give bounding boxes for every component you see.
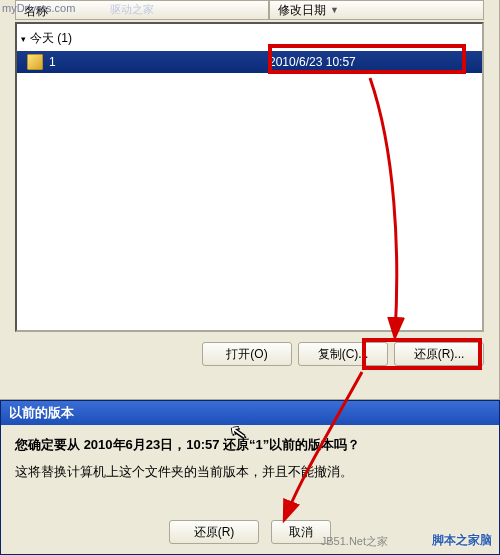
group-header-today[interactable]: ▾今天 (1) xyxy=(17,24,482,51)
dialog-titlebar: 以前的版本 xyxy=(1,401,499,425)
dialog-body: 您确定要从 2010年6月23日，10:57 还原“1”以前的版本吗？ 这将替换… xyxy=(1,425,499,487)
q-prefix: 您确定要从 xyxy=(15,437,84,452)
column-header-date[interactable]: 修改日期 ▼ xyxy=(269,0,484,20)
sort-descending-icon: ▼ xyxy=(330,5,339,15)
q-suffix: ”以前的版本吗？ xyxy=(263,437,361,452)
watermark-bottom-right: 脚本之家脑 xyxy=(432,532,492,549)
restore-button[interactable]: 还原(R)... xyxy=(394,342,484,366)
dialog-restore-button[interactable]: 还原(R) xyxy=(169,520,259,544)
list-column-headers: 名称 修改日期 ▼ xyxy=(15,0,484,20)
open-button[interactable]: 打开(O) xyxy=(202,342,292,366)
folder-icon xyxy=(27,54,43,70)
copy-button[interactable]: 复制(C)... xyxy=(298,342,388,366)
previous-versions-panel: 名称 修改日期 ▼ ▾今天 (1) 1 2010/6/23 10:57 打开(O… xyxy=(0,0,500,400)
watermark-top-left: myDrivers.com xyxy=(2,2,75,14)
group-label: 今天 (1) xyxy=(30,31,72,45)
column-header-date-label: 修改日期 xyxy=(278,2,326,19)
confirm-restore-dialog: 以前的版本 您确定要从 2010年6月23日，10:57 还原“1”以前的版本吗… xyxy=(0,400,500,555)
versions-listbox[interactable]: ▾今天 (1) 1 2010/6/23 10:57 xyxy=(15,22,484,332)
q-item: 1 xyxy=(256,437,263,452)
dialog-warning-text: 这将替换计算机上这个文件夹的当前版本，并且不能撤消。 xyxy=(15,462,485,483)
dialog-question: 您确定要从 2010年6月23日，10:57 还原“1”以前的版本吗？ xyxy=(15,435,485,456)
q-datetime: 2010年6月23日，10:57 xyxy=(84,437,220,452)
item-name: 1 xyxy=(49,55,269,69)
action-buttons-row: 打开(O) 复制(C)... 还原(R)... xyxy=(15,342,484,370)
collapse-triangle-icon: ▾ xyxy=(21,34,26,44)
item-date: 2010/6/23 10:57 xyxy=(269,55,482,69)
list-item[interactable]: 1 2010/6/23 10:57 xyxy=(17,51,482,73)
dialog-button-row: 还原(R) 取消 xyxy=(1,520,499,544)
watermark-bottom-small: JB51.Net之家 xyxy=(321,534,388,549)
watermark-top-left-cn: 驱动之家 xyxy=(110,2,154,17)
